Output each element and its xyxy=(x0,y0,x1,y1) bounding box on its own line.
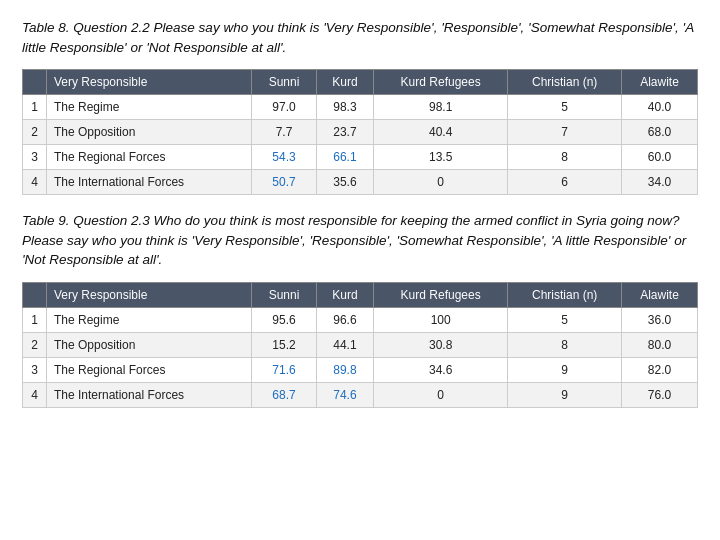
table-cell: 82.0 xyxy=(622,357,698,382)
table-cell: 1 xyxy=(23,307,47,332)
table-cell: The Regional Forces xyxy=(47,145,252,170)
table-cell: The International Forces xyxy=(47,170,252,195)
table-cell: 3 xyxy=(23,145,47,170)
table2-header-very-responsible: Very Responsible xyxy=(47,282,252,307)
table-cell: 100 xyxy=(373,307,507,332)
table-cell: 23.7 xyxy=(316,120,373,145)
table-cell: 1 xyxy=(23,95,47,120)
table2-header-alawite: Alawite xyxy=(622,282,698,307)
table-cell: 2 xyxy=(23,120,47,145)
table-cell: The Regime xyxy=(47,95,252,120)
table-cell: The Opposition xyxy=(47,120,252,145)
table-cell: 50.7 xyxy=(252,170,317,195)
table-cell: 9 xyxy=(508,357,622,382)
table1-header-christian: Christian (n) xyxy=(508,70,622,95)
table-cell: 5 xyxy=(508,307,622,332)
table-cell: 8 xyxy=(508,145,622,170)
table-cell: 96.6 xyxy=(316,307,373,332)
table2-header-kurd: Kurd xyxy=(316,282,373,307)
table-cell: 74.6 xyxy=(316,382,373,407)
table1-header-sunni: Sunni xyxy=(252,70,317,95)
table-cell: 2 xyxy=(23,332,47,357)
table1: Very Responsible Sunni Kurd Kurd Refugee… xyxy=(22,69,698,195)
table-cell: The Regime xyxy=(47,307,252,332)
table2-header-kurd-refugees: Kurd Refugees xyxy=(373,282,507,307)
table-cell: 40.4 xyxy=(373,120,507,145)
table-row: 1The Regime97.098.398.1540.0 xyxy=(23,95,698,120)
table1-header-alawite: Alawite xyxy=(622,70,698,95)
table-cell: 71.6 xyxy=(252,357,317,382)
table1-header-very-responsible: Very Responsible xyxy=(47,70,252,95)
table-cell: 34.0 xyxy=(622,170,698,195)
table1-title: Table 8. Question 2.2 Please say who you… xyxy=(22,18,698,57)
table-cell: 35.6 xyxy=(316,170,373,195)
table-cell: 54.3 xyxy=(252,145,317,170)
table-cell: 66.1 xyxy=(316,145,373,170)
table-cell: 8 xyxy=(508,332,622,357)
table2: Very Responsible Sunni Kurd Kurd Refugee… xyxy=(22,282,698,408)
table2-title: Table 9. Question 2.3 Who do you think i… xyxy=(22,211,698,270)
table-cell: 89.8 xyxy=(316,357,373,382)
table-cell: 0 xyxy=(373,170,507,195)
table-cell: 44.1 xyxy=(316,332,373,357)
table-cell: 0 xyxy=(373,382,507,407)
table-cell: The International Forces xyxy=(47,382,252,407)
table-row: 4The International Forces68.774.60976.0 xyxy=(23,382,698,407)
table-cell: 36.0 xyxy=(622,307,698,332)
table2-header-num xyxy=(23,282,47,307)
table1-header-num xyxy=(23,70,47,95)
table-row: 4The International Forces50.735.60634.0 xyxy=(23,170,698,195)
table-cell: 40.0 xyxy=(622,95,698,120)
table-row: 3The Regional Forces71.689.834.6982.0 xyxy=(23,357,698,382)
table-cell: The Opposition xyxy=(47,332,252,357)
table-cell: 7 xyxy=(508,120,622,145)
table-cell: 98.1 xyxy=(373,95,507,120)
table-cell: 6 xyxy=(508,170,622,195)
table-cell: 13.5 xyxy=(373,145,507,170)
table-cell: 7.7 xyxy=(252,120,317,145)
table2-header-sunni: Sunni xyxy=(252,282,317,307)
table-cell: 60.0 xyxy=(622,145,698,170)
table-row: 2The Opposition7.723.740.4768.0 xyxy=(23,120,698,145)
table-cell: 68.0 xyxy=(622,120,698,145)
table-row: 3The Regional Forces54.366.113.5860.0 xyxy=(23,145,698,170)
table-row: 1The Regime95.696.6100536.0 xyxy=(23,307,698,332)
table-cell: 9 xyxy=(508,382,622,407)
table-cell: 97.0 xyxy=(252,95,317,120)
table-cell: 15.2 xyxy=(252,332,317,357)
table-cell: 68.7 xyxy=(252,382,317,407)
table-cell: 4 xyxy=(23,382,47,407)
table-cell: 98.3 xyxy=(316,95,373,120)
table-cell: 95.6 xyxy=(252,307,317,332)
table-cell: 34.6 xyxy=(373,357,507,382)
table2-header-christian: Christian (n) xyxy=(508,282,622,307)
table-cell: 30.8 xyxy=(373,332,507,357)
table-row: 2The Opposition15.244.130.8880.0 xyxy=(23,332,698,357)
table-cell: 5 xyxy=(508,95,622,120)
table1-header-kurd: Kurd xyxy=(316,70,373,95)
table-cell: 3 xyxy=(23,357,47,382)
table-cell: 80.0 xyxy=(622,332,698,357)
table-cell: 4 xyxy=(23,170,47,195)
table-cell: The Regional Forces xyxy=(47,357,252,382)
table-cell: 76.0 xyxy=(622,382,698,407)
table1-header-kurd-refugees: Kurd Refugees xyxy=(373,70,507,95)
